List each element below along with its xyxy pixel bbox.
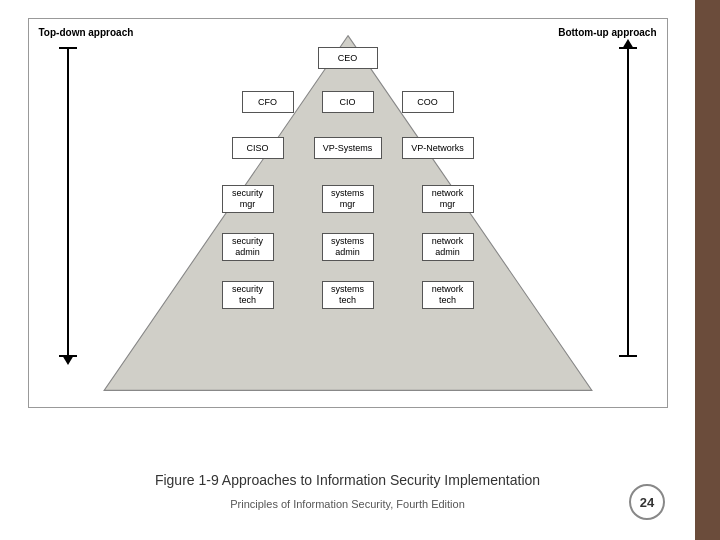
slide-content: Top-down approach Bottom-up approach CEO… [0,0,695,540]
box-ceo: CEO [318,47,378,69]
box-systems-admin: systems admin [322,233,374,261]
sub-caption: Principles of Information Security, Four… [0,498,695,510]
box-vp-networks: VP-Networks [402,137,474,159]
box-security-mgr: security mgr [222,185,274,213]
box-vp-systems: VP-Systems [314,137,382,159]
box-ciso: CISO [232,137,284,159]
box-systems-tech: systems tech [322,281,374,309]
box-security-admin: security admin [222,233,274,261]
caption-area: Figure 1-9 Approaches to Information Sec… [0,472,695,510]
box-cfo: CFO [242,91,294,113]
diagram-container: Top-down approach Bottom-up approach CEO… [28,18,668,408]
box-security-tech: security tech [222,281,274,309]
box-network-mgr: network mgr [422,185,474,213]
box-coo: COO [402,91,454,113]
box-systems-mgr: systems mgr [322,185,374,213]
right-sidebar-decoration [695,0,720,540]
figure-caption: Figure 1-9 Approaches to Information Sec… [0,472,695,488]
box-network-admin: network admin [422,233,474,261]
page-number-badge: 24 [629,484,665,520]
box-network-tech: network tech [422,281,474,309]
box-cio: CIO [322,91,374,113]
